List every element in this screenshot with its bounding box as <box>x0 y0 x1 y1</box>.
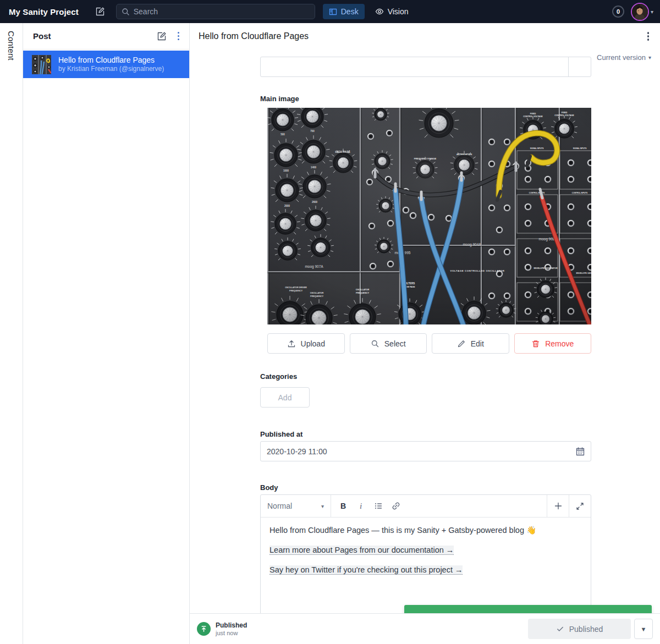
body-editor: Normal ▾ B i <box>260 494 591 613</box>
body-link-1[interactable]: Learn more about Pages from our document… <box>270 546 454 555</box>
desk-icon <box>329 8 337 16</box>
published-at-input[interactable] <box>261 447 591 456</box>
body-link-2[interactable]: Say hey on Twitter if you're checking ou… <box>270 565 463 575</box>
fullscreen-button[interactable] <box>569 495 591 517</box>
published-at-label: Published at <box>260 430 591 438</box>
upload-button[interactable]: Upload <box>267 333 345 354</box>
select-label: Select <box>384 339 406 348</box>
post-list-item[interactable]: Hello from Cloudflare Pages by Kristian … <box>23 51 189 78</box>
tab-vision-label: Vision <box>388 7 409 16</box>
search-bar[interactable] <box>116 4 315 19</box>
publish-menu-button[interactable]: ▼ <box>634 619 653 639</box>
publish-status: Published just now <box>197 621 247 636</box>
insert-block-button[interactable] <box>547 495 569 517</box>
text-style-select[interactable]: Normal ▾ <box>261 495 331 517</box>
upload-label: Upload <box>301 339 325 348</box>
workspace: Content Post <box>0 23 660 644</box>
topbar: My Sanity Project Desk Vision 0 <box>0 0 660 23</box>
project-title: My Sanity Project <box>9 7 79 16</box>
body-paragraph: Hello from Cloudflare Pages — this is my… <box>270 525 582 536</box>
notifications-badge[interactable]: 0 <box>612 5 624 18</box>
slug-field-partial[interactable] <box>260 57 591 77</box>
chevron-down-icon: ▾ <box>651 9 653 15</box>
avatar-photo <box>632 4 648 20</box>
bullet-list-icon <box>374 502 383 510</box>
document-editor-panel: Hello from Cloudflare Pages Current vers… <box>190 23 660 644</box>
document-menu-icon[interactable] <box>645 30 652 43</box>
remove-label: Remove <box>545 339 574 348</box>
italic-button[interactable]: i <box>353 498 369 514</box>
post-item-title: Hello from Cloudflare Pages <box>58 56 164 65</box>
edit-label: Edit <box>471 339 484 348</box>
editor-header: Hello from Cloudflare Pages <box>190 23 660 49</box>
tab-desk[interactable]: Desk <box>323 4 365 19</box>
remove-button[interactable]: Remove <box>514 333 592 354</box>
publish-status-title: Published <box>216 621 247 629</box>
edit-button[interactable]: Edit <box>432 333 509 354</box>
post-list-panel: Post <box>23 23 190 644</box>
bold-button[interactable]: B <box>336 498 351 514</box>
body-editable-area[interactable]: Hello from Cloudflare Pages — this is my… <box>261 518 591 592</box>
publish-button[interactable]: Published <box>528 619 631 639</box>
search-icon <box>122 8 130 16</box>
badge-count: 0 <box>617 8 620 15</box>
add-category-button[interactable]: Add <box>260 387 310 408</box>
select-button[interactable]: Select <box>350 333 427 354</box>
upload-icon <box>287 339 296 348</box>
editor-scroll-area: Current version ▾ Main image <box>190 49 660 613</box>
publish-button-label: Published <box>569 625 603 634</box>
compose-icon[interactable] <box>95 7 105 16</box>
content-rail-label: Content <box>7 31 16 644</box>
post-item-subtitle: by Kristian Freeman (@signalnerve) <box>58 65 164 73</box>
editor-footer: Published just now Published ▼ <box>190 613 660 644</box>
post-panel-menu-icon[interactable] <box>175 30 182 43</box>
image-actions: Upload Select Edit <box>267 333 591 354</box>
chevron-down-icon: ▼ <box>641 626 647 632</box>
check-icon <box>556 625 564 633</box>
search-input[interactable] <box>134 7 299 16</box>
bullet-list-button[interactable] <box>371 498 386 514</box>
calendar-icon[interactable] <box>575 447 585 456</box>
post-panel-header: Post <box>23 23 189 49</box>
tab-vision[interactable]: Vision <box>369 4 415 19</box>
trash-icon <box>531 339 540 348</box>
expand-icon <box>576 502 584 510</box>
published-at-field <box>260 441 591 461</box>
body-toolbar: Normal ▾ B i <box>261 495 591 518</box>
new-document-icon[interactable] <box>157 31 167 41</box>
document-title: Hello from Cloudflare Pages <box>199 31 309 41</box>
tab-desk-label: Desk <box>341 7 359 16</box>
eye-icon <box>375 7 384 16</box>
publish-arrow-icon <box>200 625 208 633</box>
chevron-down-icon: ▾ <box>321 503 324 509</box>
main-image-label: Main image <box>260 95 591 103</box>
publish-status-time: just now <box>216 630 247 636</box>
main-image-field: 5007001000140020002600 HIGH PASS FREQUEN… <box>267 108 591 354</box>
user-menu[interactable]: ▾ <box>631 3 653 21</box>
publish-toast: This document is now published. ✕ <box>404 605 652 613</box>
avatar <box>631 3 649 21</box>
content-rail: Content <box>0 23 23 644</box>
plus-icon <box>554 502 563 510</box>
chevron-down-icon: ▾ <box>648 54 651 60</box>
body-label: Body <box>260 483 591 492</box>
post-thumbnail <box>32 55 51 74</box>
post-panel-title: Post <box>33 31 51 41</box>
categories-label: Categories <box>260 372 591 381</box>
workspace-tabs: Desk Vision <box>323 4 415 19</box>
pencil-icon <box>457 339 466 348</box>
version-label: Current version <box>597 53 646 62</box>
main-image-photo: 5007001000140020002600 HIGH PASS FREQUEN… <box>267 108 591 324</box>
search-icon <box>371 339 380 348</box>
published-status-icon <box>197 622 211 636</box>
link-button[interactable] <box>388 498 404 514</box>
text-style-value: Normal <box>267 502 292 510</box>
link-icon <box>392 502 400 510</box>
